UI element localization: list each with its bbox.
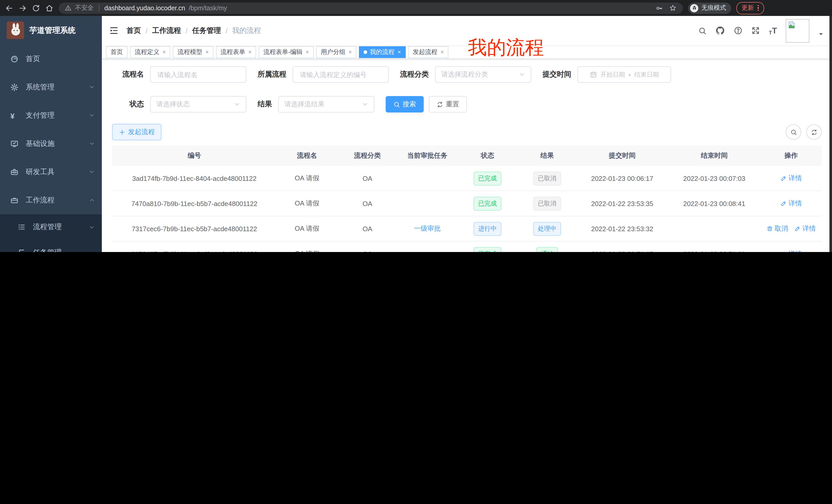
chevron-down-icon [89, 224, 95, 230]
column-header: 状态 [457, 151, 518, 160]
close-icon[interactable]: × [162, 49, 166, 55]
monitor-icon [10, 139, 19, 148]
address-bar[interactable]: 不安全 dashboard.yudao.iocoder.cn/bpm/task/… [59, 2, 683, 13]
url-host: dashboard.yudao.iocoder.cn [104, 4, 185, 11]
toolbox-icon [10, 168, 19, 176]
tab-流程模型[interactable]: 流程模型× [173, 46, 213, 58]
sidebar-item-首页[interactable]: 首页 [0, 45, 102, 73]
cell-id: 3ad174fb-7b9d-11ec-8404-acde48001122 [112, 174, 277, 182]
browser-back-icon[interactable] [5, 4, 14, 12]
tab-首页[interactable]: 首页 [106, 46, 128, 58]
breadcrumb-item[interactable]: 首页 [127, 26, 141, 35]
breadcrumb: 首页/工作流程/任务管理/我的流程 [127, 26, 261, 35]
status-badge: 已取消 [533, 171, 561, 185]
app-title: 芋道管理系统 [29, 25, 76, 35]
column-header: 当前审批任务 [397, 151, 457, 160]
table-row: 2152467e-7b9b-11ec-9a1b-acde48001122OA 请… [112, 242, 822, 252]
cell-process-name: OA 请假 [277, 174, 337, 183]
sidebar-item-工作流程[interactable]: 工作流程 [0, 186, 102, 214]
sidebar-item-研发工具[interactable]: 研发工具 [0, 158, 102, 186]
breadcrumb-item[interactable]: 工作流程 [152, 26, 181, 35]
bookmark-star-icon[interactable] [669, 4, 677, 12]
sidebar-item-任务管理[interactable]: 任务管理 [0, 240, 102, 252]
search-button[interactable]: 搜索 [386, 96, 424, 113]
cell-submit-time: 2022-01-22 23:51:15 [576, 250, 668, 252]
submit-time-range-picker[interactable]: 开始日期 - 结束日期 [577, 66, 671, 83]
create-process-button[interactable]: 发起流程 [112, 124, 161, 140]
edit-icon [780, 251, 786, 252]
process-table: 编号流程名流程分类当前审批任务状态结果提交时间结束时间操作3ad174fb-7b… [112, 145, 822, 252]
key-icon[interactable] [656, 4, 663, 11]
breadcrumb-separator: / [186, 26, 188, 35]
security-label: 不安全 [75, 4, 94, 12]
cancel-action-link[interactable]: 取消 [766, 224, 788, 233]
status-badge: 处理中 [533, 222, 561, 235]
close-icon[interactable]: × [349, 49, 352, 55]
status-badge: 已取消 [533, 197, 561, 211]
refresh-icon [437, 101, 443, 108]
close-icon[interactable]: × [249, 49, 252, 55]
refresh-icon [811, 129, 817, 135]
close-icon[interactable]: × [306, 49, 309, 55]
cell-process-name: OA 请假 [277, 224, 337, 233]
filter-status-label: 状态 [112, 100, 144, 109]
browser-home-icon[interactable] [45, 4, 53, 12]
caret-down-icon[interactable] [818, 31, 824, 37]
process-definition-input[interactable] [293, 66, 389, 83]
reset-button[interactable]: 重置 [429, 96, 467, 113]
address-divider [99, 5, 99, 11]
cell-status: 进行中 [457, 222, 518, 235]
sidebar-item-支付管理[interactable]: ¥支付管理 [0, 101, 102, 130]
sidebar-item-基础设施[interactable]: 基础设施 [0, 130, 102, 158]
update-button[interactable]: 更新 [736, 2, 764, 14]
status-select[interactable]: 请选择状态 [150, 96, 246, 113]
sidebar-item-系统管理[interactable]: 系统管理 [0, 73, 102, 101]
active-tab-dot-icon [364, 50, 367, 54]
category-select[interactable]: 请选择流程分类 [435, 66, 531, 83]
search-icon [393, 101, 400, 108]
sidebar-item-流程管理[interactable]: 流程管理 [0, 214, 102, 240]
briefcase-icon [10, 196, 19, 204]
browser-forward-icon[interactable] [19, 4, 27, 12]
process-name-input[interactable] [150, 66, 246, 83]
tab-流程表单[interactable]: 流程表单× [216, 46, 256, 58]
detail-action-link[interactable]: 详情 [780, 249, 802, 252]
tab-我的流程[interactable]: 我的流程× [359, 46, 406, 58]
breadcrumb-item[interactable]: 任务管理 [192, 26, 221, 35]
trash-icon [766, 226, 773, 232]
tab-流程表单-编辑[interactable]: 流程表单-编辑× [259, 46, 314, 58]
browser-menu-icon[interactable] [757, 5, 759, 11]
toggle-search-button[interactable] [786, 124, 801, 140]
avatar[interactable] [786, 19, 809, 43]
cell-category: OA [337, 250, 397, 252]
github-icon[interactable] [715, 26, 725, 35]
question-icon[interactable] [734, 26, 743, 35]
detail-action-link[interactable]: 详情 [794, 224, 816, 233]
status-badge: 通过 [536, 247, 558, 252]
page-scrollbar[interactable] [829, 16, 832, 252]
detail-action-link[interactable]: 详情 [780, 199, 802, 208]
sidebar-logo[interactable]: 芋道管理系统 [0, 16, 102, 45]
detail-action-link[interactable]: 详情 [780, 174, 802, 183]
cell-status: 已完成 [457, 197, 518, 211]
cell-result: 已取消 [518, 197, 576, 211]
close-icon[interactable]: × [205, 49, 209, 55]
cell-actions: 详情 [760, 199, 822, 208]
tab-发起流程[interactable]: 发起流程× [408, 46, 448, 58]
search-icon[interactable] [698, 26, 706, 35]
fontsize-icon[interactable]: TT [769, 26, 777, 35]
result-select[interactable]: 请选择流结果 [278, 96, 374, 113]
close-icon[interactable]: × [440, 49, 444, 55]
fullscreen-icon[interactable] [751, 26, 760, 35]
filter-category-label: 流程分类 [400, 70, 429, 79]
close-icon[interactable]: × [397, 49, 401, 55]
cell-submit-time: 2022-01-23 00:06:17 [576, 174, 668, 182]
breadcrumb-separator: / [226, 26, 228, 35]
cell-actions: 详情 [760, 249, 822, 252]
collapse-sidebar-icon[interactable] [109, 26, 119, 35]
tab-用户分组[interactable]: 用户分组× [316, 46, 357, 58]
tab-流程定义[interactable]: 流程定义× [130, 46, 171, 58]
refresh-table-button[interactable] [806, 124, 822, 140]
browser-reload-icon[interactable] [32, 4, 40, 12]
task-link[interactable]: 一级审批 [414, 225, 441, 232]
